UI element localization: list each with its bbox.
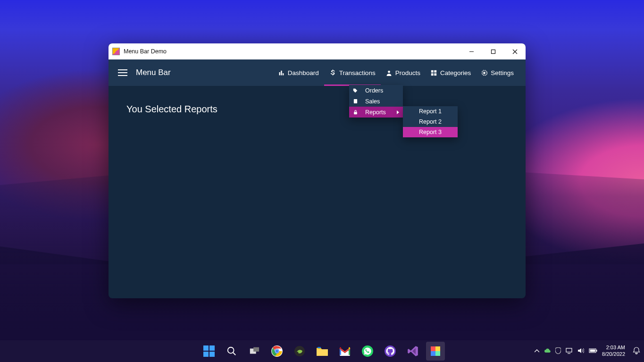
nav-label: Settings — [491, 69, 514, 76]
menubar-title: Menu Bar — [136, 68, 273, 77]
tray-shield-icon[interactable] — [555, 347, 561, 355]
nav-label: Dashboard — [288, 69, 319, 76]
palette-icon — [430, 346, 441, 356]
nav-dashboard[interactable]: Dashboard — [273, 59, 324, 86]
hamburger-icon[interactable] — [118, 69, 127, 76]
svg-rect-27 — [431, 351, 435, 356]
svg-rect-11 — [354, 112, 357, 114]
transactions-dropdown: Orders Sales Reports — [349, 85, 403, 118]
svg-rect-1 — [491, 50, 495, 53]
dropdown-item-reports[interactable]: Reports — [349, 107, 403, 118]
whatsapp-icon — [361, 345, 374, 357]
nav-label: Transactions — [339, 69, 376, 76]
tag-icon — [353, 88, 358, 93]
tray-cloud-icon[interactable] — [544, 348, 551, 354]
svg-rect-32 — [596, 350, 597, 352]
dropdown-label: Orders — [365, 87, 383, 94]
submenu-label: Report 3 — [419, 129, 442, 135]
svg-rect-25 — [431, 346, 435, 351]
chrome-icon — [271, 345, 283, 357]
svg-point-12 — [227, 347, 234, 354]
tray-clock[interactable]: 2:03 AM 8/20/2022 — [602, 345, 625, 358]
svg-line-13 — [233, 353, 235, 355]
menubar: Menu Bar Dashboard Transactions Products — [109, 59, 526, 86]
taskbar-running-app[interactable] — [426, 342, 445, 361]
svg-rect-29 — [566, 348, 572, 352]
start-button[interactable] — [200, 342, 218, 361]
svg-point-19 — [275, 350, 278, 353]
taskview-icon — [249, 346, 259, 356]
dropdown-label: Reports — [365, 109, 386, 116]
reports-submenu: Report 1 Report 2 Report 3 — [403, 106, 458, 137]
close-button[interactable] — [504, 43, 526, 59]
nav-transactions[interactable]: Transactions — [324, 59, 381, 86]
submenu-item-report1[interactable]: Report 1 — [403, 106, 458, 117]
tray-time-text: 2:03 AM — [602, 345, 625, 351]
taskbar-github[interactable] — [381, 342, 400, 361]
dropdown-item-orders[interactable]: Orders — [349, 85, 403, 96]
svg-rect-26 — [435, 346, 440, 351]
search-button[interactable] — [222, 342, 241, 361]
svg-rect-22 — [318, 347, 321, 348]
github-icon — [384, 345, 396, 357]
app-icon — [112, 48, 120, 55]
app-window: Menu Bar Demo Menu Bar Dashboard — [109, 43, 526, 298]
nav-label: Categories — [440, 69, 471, 76]
taskbar: 2:03 AM 8/20/2022 — [0, 340, 644, 362]
search-icon — [226, 346, 237, 356]
tray-network-icon[interactable] — [566, 348, 573, 355]
svg-point-9 — [484, 72, 485, 73]
chevron-right-icon — [397, 109, 399, 116]
taskbar-gmail[interactable] — [335, 342, 354, 361]
svg-rect-8 — [434, 73, 436, 76]
dropdown-label: Sales — [365, 98, 380, 105]
visualstudio-icon — [407, 345, 419, 357]
lock-icon — [353, 110, 358, 115]
svg-point-4 — [388, 70, 390, 73]
dashboard-icon — [278, 70, 284, 76]
svg-rect-15 — [253, 347, 259, 352]
gear-icon — [481, 70, 487, 76]
svg-rect-6 — [434, 70, 436, 72]
svg-rect-28 — [435, 351, 440, 356]
nav-settings[interactable]: Settings — [476, 59, 519, 86]
chameleon-icon — [294, 345, 305, 357]
grid-icon — [431, 70, 437, 76]
nav-label: Products — [395, 69, 420, 76]
titlebar[interactable]: Menu Bar Demo — [109, 43, 526, 59]
nav-products[interactable]: Products — [381, 59, 426, 86]
submenu-label: Report 1 — [419, 108, 442, 115]
svg-rect-21 — [317, 349, 328, 356]
maximize-button[interactable] — [482, 43, 504, 59]
windows-logo-icon — [203, 345, 215, 357]
dollar-icon — [329, 69, 336, 76]
tray-volume-icon[interactable] — [577, 348, 584, 354]
svg-rect-7 — [431, 73, 434, 76]
folder-icon — [316, 346, 328, 356]
svg-rect-10 — [353, 99, 357, 103]
taskbar-chrome[interactable] — [268, 342, 286, 361]
taskview-button[interactable] — [245, 342, 264, 361]
tray-date-text: 8/20/2022 — [602, 351, 625, 358]
svg-rect-5 — [431, 70, 434, 72]
svg-rect-33 — [590, 350, 595, 352]
submenu-item-report2[interactable]: Report 2 — [403, 117, 458, 127]
system-tray: 2:03 AM 8/20/2022 — [535, 345, 640, 358]
tray-battery-icon[interactable] — [589, 348, 597, 354]
taskbar-app-green[interactable] — [290, 342, 309, 361]
gmail-icon — [339, 346, 351, 356]
taskbar-visualstudio[interactable] — [403, 342, 422, 361]
minimize-button[interactable] — [460, 43, 482, 59]
nav: Dashboard Transactions Products Categori… — [273, 59, 519, 86]
nav-categories[interactable]: Categories — [426, 59, 476, 86]
taskbar-whatsapp[interactable] — [358, 342, 377, 361]
tray-notification-icon[interactable] — [633, 347, 640, 355]
window-title: Menu Bar Demo — [124, 48, 460, 55]
submenu-label: Report 2 — [419, 118, 442, 125]
person-icon — [386, 70, 392, 76]
dropdown-item-sales[interactable]: Sales — [349, 96, 403, 107]
tray-chevron-up-icon[interactable] — [535, 348, 539, 354]
taskbar-explorer[interactable] — [313, 342, 332, 361]
document-icon — [353, 99, 358, 104]
submenu-item-report3[interactable]: Report 3 — [403, 127, 458, 137]
